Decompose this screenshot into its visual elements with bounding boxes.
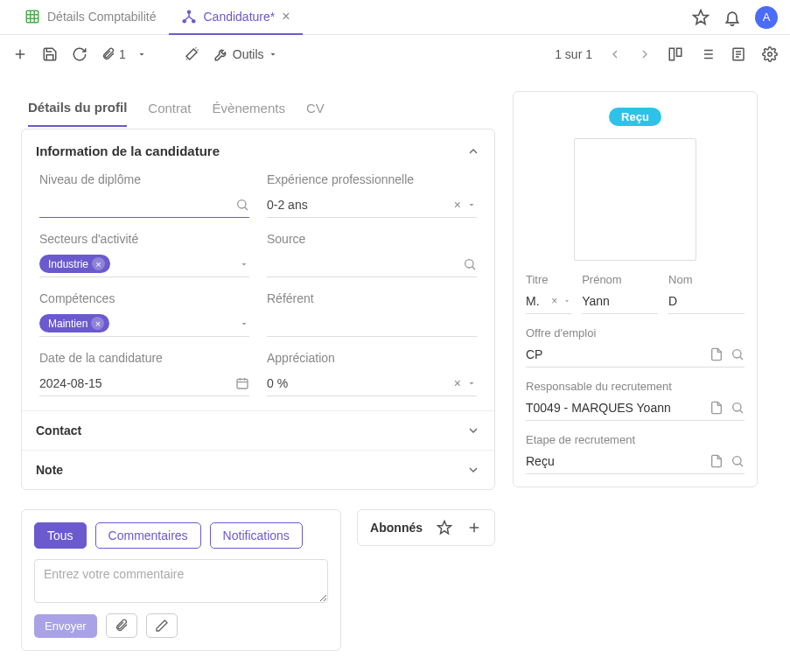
comments-panel: Tous Commentaires Notifications Envoyer bbox=[21, 509, 341, 651]
comment-input[interactable] bbox=[34, 559, 328, 603]
section-title: Information de la candidature bbox=[36, 144, 220, 158]
document-icon[interactable] bbox=[710, 454, 724, 468]
experience-label: Expérience professionnelle bbox=[267, 172, 477, 186]
chevron-down-icon[interactable] bbox=[466, 200, 477, 210]
section-header-info[interactable]: Information de la candidature bbox=[22, 130, 494, 169]
status-badge: Reçu bbox=[609, 108, 661, 126]
settings-icon[interactable] bbox=[762, 46, 778, 62]
appreciation-select[interactable]: 0 % × bbox=[267, 370, 477, 396]
prev-button[interactable] bbox=[608, 47, 622, 61]
degree-label: Niveau de diplôme bbox=[39, 172, 249, 186]
section-note[interactable]: Note bbox=[22, 450, 494, 489]
skill-chip: Maintien × bbox=[39, 314, 109, 332]
appreciation-label: Appréciation bbox=[267, 351, 477, 365]
list-view-icon[interactable] bbox=[699, 46, 715, 62]
profile-card: Information de la candidature Niveau de … bbox=[21, 129, 495, 490]
top-tab-bar: Détails Comptabilité Candidature* × A bbox=[0, 0, 790, 35]
star-icon[interactable] bbox=[437, 520, 452, 536]
edit-button[interactable] bbox=[146, 613, 178, 638]
form-view-icon[interactable] bbox=[731, 46, 746, 62]
chip-remove-icon[interactable]: × bbox=[91, 317, 104, 330]
star-icon[interactable] bbox=[692, 9, 710, 26]
document-icon[interactable] bbox=[710, 401, 724, 415]
chip-label: Maintien bbox=[48, 318, 87, 330]
filter-notifications[interactable]: Notifications bbox=[210, 522, 303, 549]
source-input[interactable] bbox=[267, 251, 477, 277]
source-field[interactable] bbox=[267, 254, 458, 275]
stage-input[interactable]: Reçu bbox=[526, 450, 745, 474]
save-button[interactable] bbox=[42, 46, 58, 62]
stage-value: Reçu bbox=[526, 454, 704, 468]
experience-select[interactable]: 0-2 ans × bbox=[267, 192, 477, 218]
tools-button[interactable]: Outils bbox=[213, 46, 278, 62]
kanban-view-icon[interactable] bbox=[668, 46, 683, 62]
chevron-down-icon[interactable] bbox=[563, 297, 571, 305]
subtab-cv[interactable]: CV bbox=[306, 92, 325, 126]
tab-comptabilite[interactable]: Détails Comptabilité bbox=[12, 0, 169, 35]
send-button[interactable]: Envoyer bbox=[34, 614, 97, 638]
source-label: Source bbox=[267, 232, 477, 246]
referrer-input[interactable] bbox=[267, 311, 477, 337]
firstname-value: Yann bbox=[582, 294, 658, 308]
clear-icon[interactable]: × bbox=[454, 376, 461, 390]
clear-icon[interactable]: × bbox=[454, 198, 461, 212]
svg-point-8 bbox=[238, 200, 246, 207]
next-button[interactable] bbox=[638, 47, 652, 61]
search-icon[interactable] bbox=[731, 347, 745, 361]
filter-all[interactable]: Tous bbox=[34, 522, 87, 549]
job-value: CP bbox=[526, 347, 704, 361]
svg-point-13 bbox=[733, 456, 741, 464]
chevron-down-icon[interactable] bbox=[239, 259, 249, 270]
tab-label: Candidature* bbox=[204, 10, 276, 24]
responsible-label: Responsable du recrutement bbox=[526, 380, 745, 393]
section-contact[interactable]: Contact bbox=[22, 410, 494, 450]
svg-rect-4 bbox=[669, 48, 674, 60]
close-icon[interactable]: × bbox=[282, 9, 290, 24]
search-icon[interactable] bbox=[731, 401, 745, 415]
sector-chip: Industrie × bbox=[39, 255, 110, 273]
search-icon[interactable] bbox=[235, 198, 249, 212]
right-panel: Reçu Titre M. × Prénom bbox=[513, 91, 758, 487]
experience-value: 0-2 ans bbox=[267, 198, 449, 212]
referrer-label: Référent bbox=[267, 291, 477, 305]
add-button[interactable] bbox=[12, 46, 28, 62]
firstname-input[interactable]: Yann bbox=[582, 290, 658, 314]
wand-button[interactable] bbox=[184, 46, 199, 62]
lastname-value: D bbox=[668, 294, 745, 308]
refresh-button[interactable] bbox=[72, 46, 87, 62]
chevron-down-icon[interactable] bbox=[239, 318, 249, 329]
title-select[interactable]: M. × bbox=[526, 290, 571, 314]
responsible-input[interactable]: T0049 - MARQUES Yoann bbox=[526, 396, 745, 421]
degree-input[interactable] bbox=[39, 192, 249, 218]
sectors-select[interactable]: Industrie × bbox=[39, 251, 249, 277]
photo-placeholder[interactable] bbox=[574, 138, 696, 261]
avatar[interactable]: A bbox=[755, 6, 778, 29]
subtab-contract[interactable]: Contrat bbox=[148, 92, 191, 126]
degree-field[interactable] bbox=[39, 194, 230, 215]
attach-button[interactable] bbox=[106, 613, 137, 638]
bell-icon[interactable] bbox=[724, 9, 741, 26]
chip-remove-icon[interactable]: × bbox=[92, 257, 105, 270]
subtab-events[interactable]: Évènements bbox=[213, 92, 285, 126]
clear-icon[interactable]: × bbox=[551, 295, 557, 307]
document-icon[interactable] bbox=[710, 347, 724, 361]
calendar-icon[interactable] bbox=[235, 376, 249, 390]
add-follower-button[interactable] bbox=[466, 520, 482, 536]
subtab-profile[interactable]: Détails du profil bbox=[28, 91, 127, 127]
chevron-down-icon[interactable] bbox=[466, 378, 477, 388]
stage-label: Etape de recrutement bbox=[526, 433, 745, 446]
filter-comments[interactable]: Commentaires bbox=[95, 522, 201, 549]
search-icon[interactable] bbox=[463, 257, 477, 271]
svg-point-12 bbox=[733, 402, 741, 410]
date-input[interactable]: 2024-08-15 bbox=[39, 370, 249, 396]
date-label: Date de la candidature bbox=[39, 351, 249, 365]
tab-candidature[interactable]: Candidature* × bbox=[169, 0, 303, 35]
toolbar: 1 Outils 1 sur 1 bbox=[0, 35, 790, 74]
lastname-input[interactable]: D bbox=[668, 290, 745, 314]
referrer-field[interactable] bbox=[267, 313, 477, 334]
search-icon[interactable] bbox=[731, 454, 745, 468]
svg-point-1 bbox=[186, 10, 191, 14]
skills-select[interactable]: Maintien × bbox=[39, 311, 249, 337]
job-input[interactable]: CP bbox=[526, 343, 745, 368]
attachment-button[interactable]: 1 bbox=[101, 47, 147, 61]
